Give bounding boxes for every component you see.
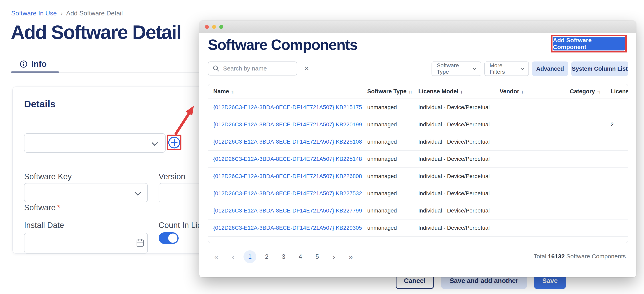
pagination-page-5[interactable]: 5 bbox=[309, 250, 326, 263]
table-cell: unmanaged bbox=[362, 138, 413, 145]
modal-title: Software Components bbox=[208, 36, 358, 53]
chevron-down-icon bbox=[152, 140, 158, 146]
column-header-category[interactable]: Category↑↓ bbox=[561, 88, 602, 95]
sort-icon[interactable]: ↑↓ bbox=[521, 89, 524, 94]
table-row: {012D26C3-E12A-3BDA-8ECE-DF14E721A507}.K… bbox=[208, 185, 628, 202]
column-header-vendor[interactable]: Vendor↑↓ bbox=[494, 88, 561, 95]
breadcrumb-link-software-in-use[interactable]: Software In Use bbox=[11, 10, 57, 17]
pagination-page-1[interactable]: 1 bbox=[242, 250, 258, 263]
sort-icon[interactable]: ↑↓ bbox=[408, 89, 412, 94]
software-components-modal: Software Components Add Software Compone… bbox=[199, 21, 636, 278]
table-row: {012D26C3-E12A-3BDA-8ECE-DF14E721A507}.K… bbox=[208, 220, 628, 237]
add-software-component-button[interactable]: Add Software Component bbox=[553, 37, 625, 50]
table-cell: Individual - Device/Perpetual bbox=[413, 208, 494, 214]
component-name-link[interactable]: {012D26C3-E12A-3BDA-8ECE-DF14E721A507}.K… bbox=[208, 208, 362, 214]
calendar-icon[interactable] bbox=[136, 238, 144, 247]
table-cell: Individual - Device/Perpetual bbox=[413, 225, 494, 231]
total-count-text: Total 16132 Software Components bbox=[534, 253, 626, 260]
search-icon bbox=[213, 65, 220, 72]
software-key-label: Software Key bbox=[24, 172, 72, 181]
sort-icon[interactable]: ↑↓ bbox=[460, 89, 464, 94]
table-cell: Individual - Device/Perpetual bbox=[413, 156, 494, 162]
system-column-list-button[interactable]: System Column List bbox=[571, 62, 628, 76]
pagination-last-button[interactable]: » bbox=[342, 250, 359, 263]
table-cell: Individual - Device/Perpetual bbox=[413, 173, 494, 180]
pagination-next-button[interactable]: › bbox=[326, 250, 342, 263]
pagination-prev-button[interactable]: ‹ bbox=[225, 250, 242, 263]
software-key-select[interactable] bbox=[24, 183, 148, 202]
chevron-down-icon bbox=[473, 66, 476, 70]
search-input[interactable] bbox=[223, 65, 300, 72]
toggle-knob bbox=[168, 234, 178, 243]
components-table: Name↑↓Software Type↑↓License Model↑↓Vend… bbox=[208, 84, 628, 243]
table-cell: unmanaged bbox=[362, 173, 413, 180]
details-section-title: Details bbox=[24, 98, 56, 110]
table-cell: Individual - Device/Perpetual bbox=[413, 121, 494, 128]
tab-info-label: Info bbox=[31, 59, 47, 69]
close-window-icon[interactable] bbox=[205, 25, 209, 29]
component-name-link[interactable]: {012D26C3-E12A-3BDA-8ECE-DF14E721A507}.K… bbox=[208, 156, 362, 162]
info-icon bbox=[20, 60, 28, 68]
component-name-link[interactable]: {012D26C3-E12A-3BDA-8ECE-DF14E721A507}.K… bbox=[208, 138, 362, 145]
table-cell: Individual - Device/Perpetual bbox=[413, 104, 494, 110]
table-cell: Individual - Device/Perpetual bbox=[413, 190, 494, 197]
table-cell: unmanaged bbox=[362, 208, 413, 214]
table-row: {012D26C3-E12A-3BDA-8ECE-DF14E721A507}.K… bbox=[208, 168, 628, 185]
count-in-license-toggle[interactable] bbox=[158, 232, 178, 244]
chevron-down-icon bbox=[134, 189, 141, 196]
component-name-link[interactable]: {012D26C3-E12A-3BDA-8ECE-DF14E721A507}.K… bbox=[208, 121, 362, 128]
components-table-body: {012D26C3-E12A-3BDA-8ECE-DF14E721A507}.K… bbox=[208, 99, 628, 237]
required-asterisk: * bbox=[57, 203, 60, 212]
pagination-pages: 12345 bbox=[242, 250, 326, 263]
zoom-window-icon[interactable] bbox=[219, 25, 223, 29]
minimize-window-icon[interactable] bbox=[212, 25, 216, 29]
table-cell: unmanaged bbox=[362, 156, 413, 162]
column-header-name[interactable]: Name↑↓ bbox=[208, 88, 362, 95]
component-name-link[interactable]: {012D26C3-E12A-3BDA-8ECE-DF14E721A507}.K… bbox=[208, 173, 362, 180]
component-name-link[interactable]: {012D26C3-E12A-3BDA-8ECE-DF14E721A507}.K… bbox=[208, 104, 362, 110]
clear-search-icon[interactable]: ✕ bbox=[304, 65, 310, 72]
column-header-license-model[interactable]: License Model↑↓ bbox=[413, 88, 494, 95]
pagination-page-2[interactable]: 2 bbox=[258, 250, 275, 263]
breadcrumb-current: Add Software Detail bbox=[66, 10, 123, 17]
table-row: {012D26C3-E12A-3BDA-8ECE-DF14E721A507}.K… bbox=[208, 202, 628, 220]
component-name-link[interactable]: {012D26C3-E12A-3BDA-8ECE-DF14E721A507}.K… bbox=[208, 225, 362, 231]
sort-icon[interactable]: ↑↓ bbox=[597, 89, 600, 94]
total-count-number: 16132 bbox=[548, 253, 564, 260]
pagination-page-4[interactable]: 4 bbox=[292, 250, 309, 263]
search-box[interactable]: ✕ bbox=[208, 62, 297, 76]
advanced-button[interactable]: Advanced bbox=[532, 62, 568, 76]
table-row: {012D26C3-E12A-3BDA-8ECE-DF14E721A507}.K… bbox=[208, 116, 628, 134]
sort-icon[interactable]: ↑↓ bbox=[231, 89, 234, 94]
modal-titlebar bbox=[199, 21, 636, 33]
column-header-licens: Licens bbox=[602, 88, 628, 95]
table-cell: unmanaged bbox=[362, 104, 413, 110]
breadcrumb-separator: › bbox=[61, 10, 63, 17]
table-cell: Individual - Device/Perpetual bbox=[413, 138, 494, 145]
table-row: {012D26C3-E12A-3BDA-8ECE-DF14E721A507}.K… bbox=[208, 150, 628, 168]
table-cell: 2 bbox=[602, 121, 628, 128]
software-select[interactable] bbox=[24, 134, 166, 152]
component-name-link[interactable]: {012D26C3-E12A-3BDA-8ECE-DF14E721A507}.K… bbox=[208, 190, 362, 197]
table-row: {012D26C3-E12A-3BDA-8ECE-DF14E721A507}.K… bbox=[208, 134, 628, 150]
screen: Software In Use › Add Software Detail Ad… bbox=[0, 0, 644, 294]
table-cell: unmanaged bbox=[362, 121, 413, 128]
pagination-first-button[interactable]: « bbox=[208, 250, 225, 263]
pagination-page-3[interactable]: 3 bbox=[275, 250, 292, 263]
breadcrumb: Software In Use › Add Software Detail bbox=[11, 10, 123, 17]
components-table-header: Name↑↓Software Type↑↓License Model↑↓Vend… bbox=[208, 84, 628, 99]
table-row: {012D26C3-E12A-3BDA-8ECE-DF14E721A507}.K… bbox=[208, 99, 628, 116]
software-label: Software* bbox=[24, 203, 60, 212]
software-type-filter-dropdown[interactable]: Software Type bbox=[432, 62, 481, 76]
install-date-input[interactable] bbox=[24, 233, 148, 254]
table-cell: unmanaged bbox=[362, 225, 413, 231]
tab-info[interactable]: Info bbox=[20, 59, 47, 69]
version-label: Version bbox=[158, 172, 185, 181]
table-cell: unmanaged bbox=[362, 190, 413, 197]
count-in-license-label: Count In Lic bbox=[158, 221, 201, 230]
column-header-software-type[interactable]: Software Type↑↓ bbox=[362, 88, 413, 95]
page-title: Add Software Detail bbox=[11, 21, 181, 43]
install-date-label: Install Date bbox=[24, 221, 64, 230]
annotation-highlight-box-plus bbox=[166, 134, 182, 150]
more-filters-dropdown[interactable]: More Filters bbox=[484, 62, 529, 76]
